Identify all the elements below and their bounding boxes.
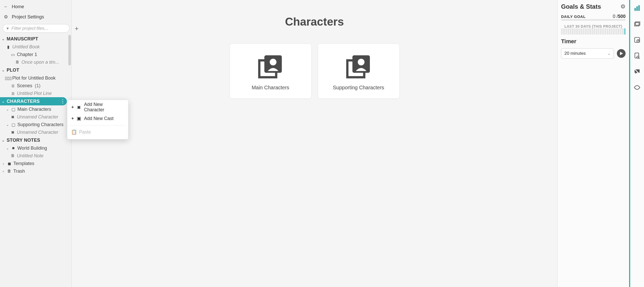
rail-stats-button[interactable] <box>634 5 641 12</box>
project-settings-label: Project Settings <box>12 14 44 20</box>
gear-icon[interactable]: ⚙ <box>620 3 626 10</box>
timer-duration-select[interactable]: 20 minutes ⌄ <box>561 48 614 59</box>
home-link[interactable]: ← Home <box>0 2 71 12</box>
trash-icon: 🗑 <box>7 169 12 173</box>
plus-icon: + <box>71 116 74 121</box>
tree-item-plot-line[interactable]: ≣ Untitled Plot Line <box>0 90 71 97</box>
chevron-down-icon: ⌄ <box>2 37 5 41</box>
open-book-icon: ▭ <box>10 52 15 57</box>
bar-chart-icon <box>634 5 640 12</box>
card-label: Main Characters <box>252 85 289 91</box>
svg-rect-7 <box>637 7 638 11</box>
last-30-days-bars <box>561 28 626 35</box>
tree-item-scene[interactable]: 🗎 Once upon a tim... <box>0 58 71 66</box>
comment-off-icon <box>634 68 640 75</box>
tree-item-world-building[interactable]: ⌄ ■ World Building <box>0 144 71 152</box>
tree-item-unnamed-character-main[interactable]: ◙ Unnamed Character <box>0 113 71 121</box>
filter-input[interactable] <box>12 26 66 31</box>
columns-icon: ▯▯▯ <box>6 76 11 81</box>
cast-icon <box>256 52 285 80</box>
filter-row: ▼ + <box>0 22 71 35</box>
tree-heading-manuscript[interactable]: ⌄ Manuscript <box>0 35 71 43</box>
scrollbar[interactable] <box>68 35 71 65</box>
svg-rect-8 <box>638 5 639 11</box>
rail-history-button[interactable] <box>634 36 641 43</box>
menu-paste: 📋 Paste <box>67 126 128 138</box>
divider <box>70 125 125 125</box>
page-icon: 🗎 <box>15 60 20 64</box>
page-icon: 🗎 <box>10 153 15 158</box>
cast-icon <box>345 52 373 80</box>
chevron-right-icon: › <box>2 162 5 165</box>
person-icon: ◙ <box>10 115 15 119</box>
tree-item-trash[interactable]: › 🗑 Trash <box>0 167 71 175</box>
tree-heading-plot[interactable]: ⌄ Plot <box>0 66 71 74</box>
daily-goal-value: 0 /500 <box>613 14 626 19</box>
cast-icon: ▣ <box>76 116 81 121</box>
person-icon: ◙ <box>76 105 81 110</box>
timer-duration-value: 20 minutes <box>564 51 586 56</box>
cast-icon: ▢ <box>11 107 16 112</box>
project-settings-link[interactable]: ⚙ Project Settings <box>0 12 71 22</box>
tree-item-chapter[interactable]: ▭ Chapter 1 <box>0 51 71 58</box>
main-content: Characters Main Characters Supporting Ch… <box>72 0 557 287</box>
list-icon: ≣ <box>10 83 15 88</box>
card-supporting-characters[interactable]: Supporting Characters <box>318 43 400 99</box>
person-icon: ◙ <box>10 130 15 135</box>
cast-icon: ▢ <box>11 122 16 127</box>
tree-item-unnamed-character-supporting[interactable]: ◙ Unnamed Character <box>0 128 71 136</box>
play-icon <box>620 52 623 55</box>
add-file-button[interactable]: + <box>75 25 79 32</box>
history-icon <box>634 37 640 43</box>
daily-goal-progress-bar <box>561 19 626 21</box>
tree-item-templates[interactable]: › ◼ Templates <box>0 160 71 167</box>
menu-add-new-cast[interactable]: + ▣ Add New Cast <box>67 113 128 124</box>
card-label: Supporting Characters <box>333 85 384 91</box>
tree-item-scenes[interactable]: ≣ Scenes (1) <box>0 82 71 90</box>
chevron-down-icon: ⌄ <box>6 107 9 111</box>
book-icon: ▮ <box>6 45 11 49</box>
svg-point-15 <box>636 86 638 89</box>
tree-heading-characters[interactable]: ⌄ Characters ⋮ <box>0 97 67 105</box>
rail-cards-button[interactable] <box>634 20 641 28</box>
more-icon[interactable]: ⋮ <box>60 98 65 104</box>
goals-stats-panel: Goals & Stats ⚙ DAILY GOAL 0 /500 LAST 3… <box>557 0 630 287</box>
rail-visibility-button[interactable] <box>634 84 641 91</box>
menu-add-new-character[interactable]: + ◙ Add New Character <box>67 102 128 113</box>
tree-heading-story-notes[interactable]: ⌄ Story Notes <box>0 136 71 144</box>
list-icon: ≣ <box>10 91 15 96</box>
tree-item-main-characters[interactable]: ⌄ ▢ Main Characters <box>0 105 71 113</box>
filter-icon: ▼ <box>6 26 9 30</box>
project-sidebar: ← Home ⚙ Project Settings ▼ + ⌄ Manuscri… <box>0 0 72 287</box>
tree-item-book[interactable]: ▮ Untitled Book <box>0 43 71 51</box>
eye-icon <box>634 84 640 91</box>
tool-rail <box>630 0 644 287</box>
tree-item-plot-for[interactable]: ▯▯▯ Plot for Untitled Book <box>0 74 71 82</box>
chevron-right-icon: › <box>2 169 5 173</box>
back-arrow-icon: ← <box>3 4 9 9</box>
stacked-cards-icon <box>634 21 640 27</box>
timer-heading: Timer <box>561 38 626 45</box>
svg-point-5 <box>358 59 364 65</box>
chevron-down-icon: ⌄ <box>608 52 610 56</box>
timer-play-button[interactable] <box>617 49 626 58</box>
filter-input-wrap[interactable]: ▼ <box>3 24 70 33</box>
tree-item-untitled-note[interactable]: 🗎 Untitled Note <box>0 152 71 160</box>
rail-find-button[interactable] <box>634 52 641 59</box>
tree-item-supporting-characters[interactable]: ⌄ ▢ Supporting Characters <box>0 121 71 128</box>
rail-comments-button[interactable] <box>634 68 641 75</box>
svg-rect-6 <box>635 8 636 11</box>
home-label: Home <box>12 4 24 9</box>
goals-stats-title: Goals & Stats <box>561 3 601 10</box>
card-main-characters[interactable]: Main Characters <box>230 43 312 99</box>
chevron-down-icon: ⌄ <box>2 68 5 72</box>
page-title: Characters <box>285 15 344 28</box>
chevron-down-icon: ⌄ <box>6 123 9 127</box>
characters-context-menu: + ◙ Add New Character + ▣ Add New Cast 📋… <box>67 100 128 139</box>
daily-goal-label: DAILY GOAL <box>561 14 586 19</box>
plus-icon: + <box>71 105 74 109</box>
chevron-down-icon: ⌄ <box>2 100 5 103</box>
folder-icon: ■ <box>11 146 16 150</box>
chevron-down-icon: ⌄ <box>6 146 9 150</box>
chevron-down-icon: ⌄ <box>2 138 5 142</box>
